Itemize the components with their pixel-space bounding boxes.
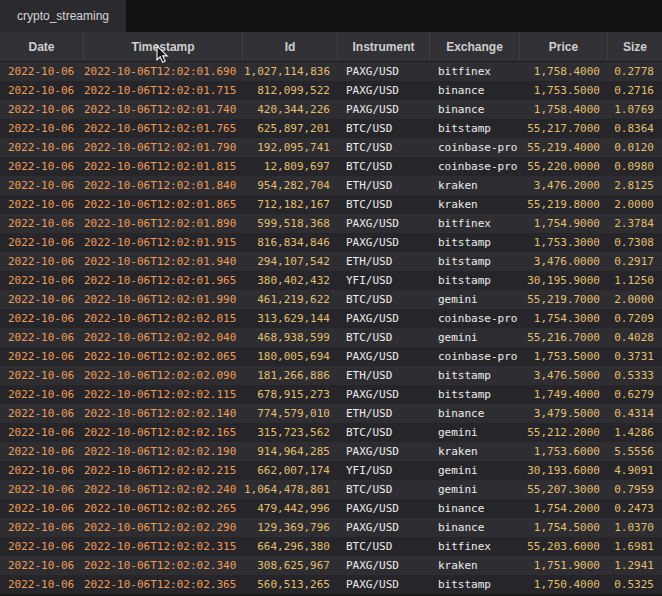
cell-exchange[interactable]: gemini (430, 480, 520, 499)
cell-instrument[interactable]: PAXG/USD (338, 62, 430, 81)
cell-price[interactable]: 55,203.6000 (520, 537, 608, 556)
cell-instrument[interactable]: YFI/USD (338, 271, 430, 290)
cell-date[interactable]: 2022-10-06 (0, 100, 84, 119)
cell-price[interactable]: 55,217.7000 (520, 119, 608, 138)
cell-id[interactable]: 816,834,846 (243, 233, 338, 252)
cell-date[interactable]: 2022-10-06 (0, 518, 84, 537)
cell-date[interactable]: 2022-10-06 (0, 442, 84, 461)
cell-size[interactable]: 0.2917 (608, 252, 662, 271)
cell-price[interactable]: 55,219.7000 (520, 290, 608, 309)
cell-instrument[interactable]: ETH/USD (338, 366, 430, 385)
cell-price[interactable]: 55,207.3000 (520, 480, 608, 499)
cell-date[interactable]: 2022-10-06 (0, 214, 84, 233)
cell-size[interactable]: 2.3784 (608, 214, 662, 233)
cell-instrument[interactable]: PAXG/USD (338, 100, 430, 119)
cell-size[interactable]: 1.4286 (608, 423, 662, 442)
cell-price[interactable]: 1,754.2000 (520, 499, 608, 518)
cell-instrument[interactable]: PAXG/USD (338, 556, 430, 575)
cell-id[interactable]: 12,809,697 (243, 157, 338, 176)
cell-timestamp[interactable]: 2022-10-06T12:02:02.115 (84, 385, 243, 404)
cell-size[interactable]: 0.5325 (608, 575, 662, 594)
cell-instrument[interactable]: ETH/USD (338, 176, 430, 195)
cell-id[interactable]: 712,182,167 (243, 195, 338, 214)
table-row[interactable]: 2022-10-062022-10-06T12:02:01.740420,344… (0, 100, 662, 119)
cell-size[interactable]: 0.4314 (608, 404, 662, 423)
cell-date[interactable]: 2022-10-06 (0, 575, 84, 594)
cell-date[interactable]: 2022-10-06 (0, 461, 84, 480)
cell-price[interactable]: 1,749.4000 (520, 385, 608, 404)
cell-id[interactable]: 308,625,967 (243, 556, 338, 575)
cell-price[interactable]: 3,479.5000 (520, 404, 608, 423)
cell-timestamp[interactable]: 2022-10-06T12:02:02.165 (84, 423, 243, 442)
cell-id[interactable]: 625,897,201 (243, 119, 338, 138)
cell-price[interactable]: 3,476.2000 (520, 176, 608, 195)
cell-timestamp[interactable]: 2022-10-06T12:02:02.265 (84, 499, 243, 518)
cell-size[interactable]: 0.5333 (608, 366, 662, 385)
cell-date[interactable]: 2022-10-06 (0, 119, 84, 138)
cell-size[interactable]: 1.2941 (608, 556, 662, 575)
cell-date[interactable]: 2022-10-06 (0, 233, 84, 252)
cell-instrument[interactable]: PAXG/USD (338, 233, 430, 252)
cell-exchange[interactable]: bitfinex (430, 214, 520, 233)
cell-size[interactable]: 0.0120 (608, 138, 662, 157)
cell-exchange[interactable]: coinbase-pro (430, 347, 520, 366)
cell-date[interactable]: 2022-10-06 (0, 176, 84, 195)
cell-timestamp[interactable]: 2022-10-06T12:02:01.915 (84, 233, 243, 252)
table-row[interactable]: 2022-10-062022-10-06T12:02:01.965380,402… (0, 271, 662, 290)
table-row[interactable]: 2022-10-062022-10-06T12:02:01.940294,107… (0, 252, 662, 271)
cell-timestamp[interactable]: 2022-10-06T12:02:01.940 (84, 252, 243, 271)
table-row[interactable]: 2022-10-062022-10-06T12:02:01.890599,518… (0, 214, 662, 233)
table-row[interactable]: 2022-10-062022-10-06T12:02:01.715812,099… (0, 81, 662, 100)
cell-size[interactable]: 0.2473 (608, 499, 662, 518)
cell-date[interactable]: 2022-10-06 (0, 252, 84, 271)
cell-size[interactable]: 5.5556 (608, 442, 662, 461)
cell-id[interactable]: 914,964,285 (243, 442, 338, 461)
cell-exchange[interactable]: bitstamp (430, 252, 520, 271)
cell-size[interactable]: 1.0370 (608, 518, 662, 537)
cell-price[interactable]: 30,193.6000 (520, 461, 608, 480)
cell-date[interactable]: 2022-10-06 (0, 62, 84, 81)
cell-instrument[interactable]: PAXG/USD (338, 81, 430, 100)
cell-id[interactable]: 774,579,010 (243, 404, 338, 423)
cell-date[interactable]: 2022-10-06 (0, 404, 84, 423)
cell-timestamp[interactable]: 2022-10-06T12:02:01.715 (84, 81, 243, 100)
cell-price[interactable]: 1,753.3000 (520, 233, 608, 252)
cell-id[interactable]: 1,027,114,836 (243, 62, 338, 81)
cell-size[interactable]: 1.0769 (608, 100, 662, 119)
table-row[interactable]: 2022-10-062022-10-06T12:02:02.090181,266… (0, 366, 662, 385)
cell-price[interactable]: 3,476.5000 (520, 366, 608, 385)
cell-exchange[interactable]: bitstamp (430, 119, 520, 138)
cell-price[interactable]: 1,753.6000 (520, 442, 608, 461)
cell-id[interactable]: 313,629,144 (243, 309, 338, 328)
cell-size[interactable]: 0.2716 (608, 81, 662, 100)
column-header-instrument[interactable]: Instrument (338, 32, 430, 61)
cell-size[interactable]: 0.7209 (608, 309, 662, 328)
cell-timestamp[interactable]: 2022-10-06T12:02:02.065 (84, 347, 243, 366)
table-row[interactable]: 2022-10-062022-10-06T12:02:02.365560,513… (0, 575, 662, 594)
cell-instrument[interactable]: PAXG/USD (338, 347, 430, 366)
table-row[interactable]: 2022-10-062022-10-06T12:02:01.990461,219… (0, 290, 662, 309)
cell-size[interactable]: 0.3731 (608, 347, 662, 366)
cell-exchange[interactable]: gemini (430, 290, 520, 309)
cell-timestamp[interactable]: 2022-10-06T12:02:02.240 (84, 480, 243, 499)
cell-exchange[interactable]: bitstamp (430, 385, 520, 404)
cell-instrument[interactable]: BTC/USD (338, 195, 430, 214)
cell-date[interactable]: 2022-10-06 (0, 271, 84, 290)
cell-price[interactable]: 1,754.3000 (520, 309, 608, 328)
cell-timestamp[interactable]: 2022-10-06T12:02:01.965 (84, 271, 243, 290)
cell-exchange[interactable]: bitfinex (430, 537, 520, 556)
cell-price[interactable]: 30,195.9000 (520, 271, 608, 290)
cell-id[interactable]: 664,296,380 (243, 537, 338, 556)
tab-crypto-streaming[interactable]: crypto_streaming (0, 0, 126, 32)
cell-exchange[interactable]: binance (430, 404, 520, 423)
cell-price[interactable]: 1,754.5000 (520, 518, 608, 537)
cell-size[interactable]: 0.0980 (608, 157, 662, 176)
cell-size[interactable]: 0.6279 (608, 385, 662, 404)
table-row[interactable]: 2022-10-062022-10-06T12:02:01.81512,809,… (0, 157, 662, 176)
cell-date[interactable]: 2022-10-06 (0, 366, 84, 385)
cell-size[interactable]: 0.7959 (608, 480, 662, 499)
cell-id[interactable]: 678,915,273 (243, 385, 338, 404)
cell-exchange[interactable]: gemini (430, 461, 520, 480)
cell-size[interactable]: 2.8125 (608, 176, 662, 195)
cell-date[interactable]: 2022-10-06 (0, 290, 84, 309)
